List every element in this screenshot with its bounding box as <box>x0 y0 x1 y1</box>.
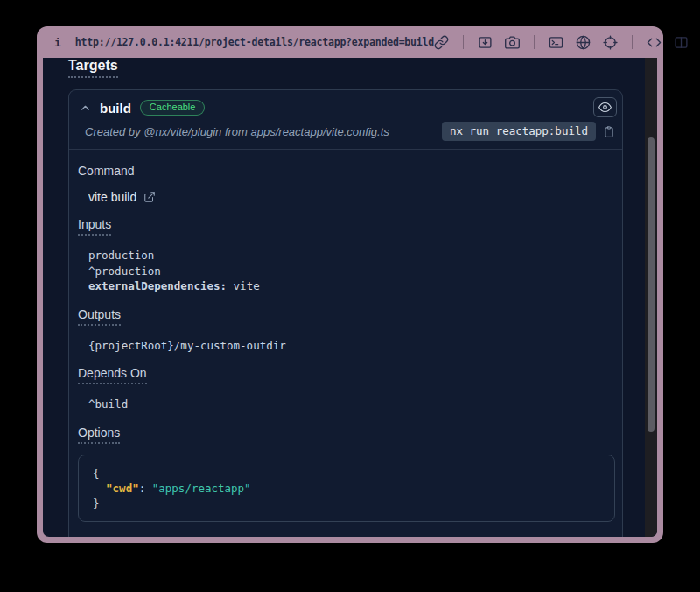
outputs-list: {projectRoot}/my-custom-outdir <box>78 338 615 354</box>
depends-on-list: ^build <box>78 397 615 412</box>
split-panel-icon[interactable] <box>674 35 689 50</box>
targets-heading: Targets <box>68 58 118 78</box>
build-card-body: Command vite build Inputs production ^pr… <box>69 150 622 537</box>
copy-icon[interactable] <box>603 125 615 138</box>
toolbar-divider <box>463 35 464 49</box>
options-json-block: { "cwd": "apps/reactapp" } <box>78 455 615 522</box>
crosshair-icon[interactable] <box>603 35 618 50</box>
input-item: production <box>88 248 615 264</box>
terminal-icon[interactable] <box>549 35 564 50</box>
input-item-external-deps: externalDependencies: vite <box>88 278 615 294</box>
input-value: vite <box>234 279 260 292</box>
command-value: vite build <box>88 190 136 204</box>
camera-icon[interactable] <box>505 35 520 50</box>
link-icon[interactable] <box>434 35 449 50</box>
depends-on-item: ^build <box>88 397 615 412</box>
page-content: Targets build Cacheable Created b <box>43 58 657 537</box>
input-item: ^production <box>88 264 615 279</box>
input-key: externalDependencies: <box>88 279 227 292</box>
build-target-name: build <box>100 101 131 116</box>
json-key-cwd: "cwd" <box>106 482 139 495</box>
toolbar-divider <box>534 35 535 49</box>
json-value-cwd: "apps/reactapp" <box>152 482 251 495</box>
scrollbar[interactable] <box>645 58 657 537</box>
command-label: Command <box>78 164 615 178</box>
eye-icon <box>598 101 612 114</box>
run-command-chip[interactable]: nx run reactapp:build <box>442 122 596 141</box>
build-card-header[interactable]: build Cacheable Created by @nx/vite/plug… <box>69 90 622 150</box>
browser-window: i http://127.0.0.1:4211/project-details/… <box>37 26 663 543</box>
toolbar-divider <box>632 35 633 49</box>
outputs-label[interactable]: Outputs <box>78 307 121 326</box>
code-icon[interactable] <box>647 35 662 50</box>
build-title-row: build Cacheable <box>80 98 615 117</box>
json-separator: : <box>139 482 152 495</box>
desktop-background: i http://127.0.0.1:4211/project-details/… <box>0 0 700 592</box>
url-text[interactable]: http://127.0.0.1:4211/project-details/re… <box>75 36 434 48</box>
depends-on-label[interactable]: Depends On <box>78 366 147 384</box>
run-command-group: nx run reactapp:build <box>442 122 615 141</box>
json-close-brace: } <box>93 496 600 511</box>
build-meta-row: Created by @nx/vite/plugin from apps/rea… <box>80 122 615 141</box>
inputs-label[interactable]: Inputs <box>78 217 111 236</box>
json-open-brace: { <box>93 466 600 481</box>
info-icon[interactable]: i <box>54 36 61 49</box>
chrome-toolbar <box>434 35 689 50</box>
external-link-icon[interactable] <box>144 191 156 203</box>
output-item: {projectRoot}/my-custom-outdir <box>88 338 615 354</box>
chevron-up-icon[interactable] <box>80 102 91 114</box>
options-label[interactable]: Options <box>78 426 120 444</box>
project-details-view: Targets build Cacheable Created b <box>43 58 645 537</box>
created-by-text: Created by @nx/vite/plugin from apps/rea… <box>85 125 389 138</box>
cacheable-badge: Cacheable <box>140 100 206 116</box>
json-cwd-line: "cwd": "apps/reactapp" <box>93 481 600 496</box>
target-card-build: build Cacheable Created by @nx/vite/plug… <box>68 89 623 537</box>
browser-chrome-bar: i http://127.0.0.1:4211/project-details/… <box>37 26 663 58</box>
scrollbar-thumb[interactable] <box>648 137 654 432</box>
import-icon[interactable] <box>478 35 493 50</box>
view-target-graph-button[interactable] <box>593 97 617 117</box>
inputs-list: production ^production externalDependenc… <box>78 248 615 294</box>
globe-icon[interactable] <box>576 35 591 50</box>
command-value-row: vite build <box>78 190 615 204</box>
